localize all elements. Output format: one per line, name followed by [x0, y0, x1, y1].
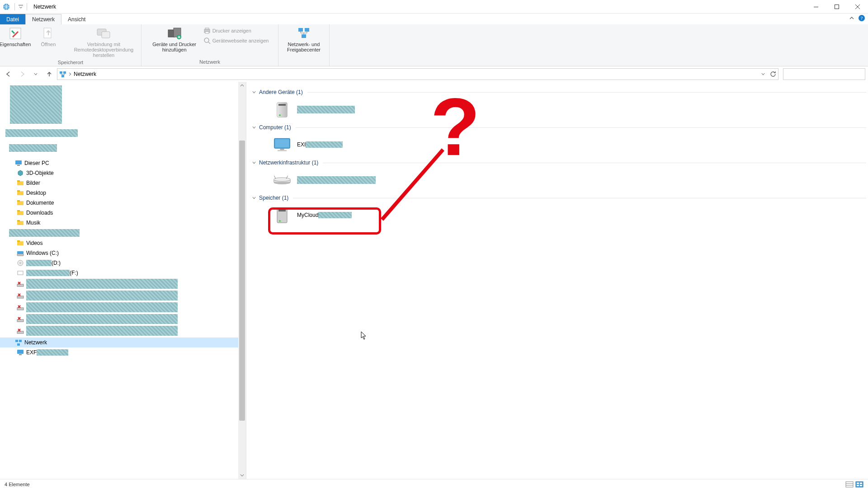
address-field[interactable]: Netzwerk: [57, 68, 778, 80]
sidebar-item-drive-d[interactable]: (D:): [0, 258, 246, 268]
network-item-computer[interactable]: EXI: [270, 133, 866, 156]
sidebar-item-downloads[interactable]: Downloads: [0, 208, 246, 218]
sidebar-item-disconnected[interactable]: [0, 301, 246, 313]
status-text: 4 Elemente: [5, 482, 30, 487]
recent-dropdown[interactable]: [30, 68, 42, 80]
sidebar-item-label: Dieser PC: [24, 160, 49, 166]
open-button[interactable]: Öffnen: [33, 24, 64, 49]
svg-rect-75: [860, 485, 862, 486]
svg-rect-15: [205, 32, 209, 33]
back-button[interactable]: [3, 68, 14, 80]
sidebar-item-3d-objects[interactable]: 3D-Objekte: [0, 168, 246, 178]
titlebar-separator: [27, 3, 27, 10]
sidebar-item-disconnected[interactable]: [0, 325, 246, 337]
view-large-icons-button[interactable]: [855, 481, 863, 488]
tab-network[interactable]: Netzwerk: [25, 14, 61, 24]
titlebar-separator: [14, 3, 15, 10]
sidebar-item-label: Desktop: [26, 190, 46, 196]
ribbon-group-location: Speicherort: [58, 60, 83, 66]
svg-rect-35: [17, 241, 24, 245]
forward-button[interactable]: [16, 68, 28, 80]
search-input[interactable]: [783, 68, 865, 80]
svg-rect-38: [17, 251, 24, 254]
add-devices-button[interactable]: Geräte und Drucker hinzufügen: [148, 24, 201, 54]
refresh-button[interactable]: [770, 71, 776, 77]
network-icon: [14, 339, 23, 346]
sidebar-item-pictures[interactable]: Bilder: [0, 178, 246, 188]
maximize-button[interactable]: [826, 0, 847, 13]
sidebar-item-disconnected[interactable]: [0, 278, 246, 290]
sidebar-item-music[interactable]: Musik: [0, 218, 246, 228]
chevron-down-icon[interactable]: [252, 196, 256, 200]
network-item-other-device[interactable]: [270, 98, 866, 121]
group-header-storage[interactable]: Speicher (1): [252, 195, 866, 201]
svg-rect-31: [17, 211, 24, 215]
nav-scrollbar[interactable]: [238, 82, 246, 479]
svg-rect-47: [15, 340, 18, 342]
add-devices-label: Geräte und Drucker hinzufügen: [152, 42, 196, 52]
network-center-button[interactable]: Netzwerk- und Freigabecenter: [283, 24, 324, 54]
status-bar: 4 Elemente: [0, 479, 868, 488]
view-details-button[interactable]: [845, 481, 854, 488]
disconnected-drive-icon: [16, 315, 24, 323]
show-printers-label: Drucker anzeigen: [212, 28, 251, 33]
sidebar-item-disconnected[interactable]: [0, 313, 246, 325]
group-header-infrastructure[interactable]: Netzwerkinfrastruktur (1): [252, 160, 866, 166]
group-header-other[interactable]: Andere Geräte (1): [252, 89, 866, 95]
svg-rect-23: [15, 160, 22, 164]
address-dropdown-icon[interactable]: [761, 72, 765, 76]
rdp-button[interactable]: Verbindung mit Remotedesktopverbindung h…: [64, 24, 143, 60]
scroll-up-icon[interactable]: [238, 82, 246, 89]
scroll-down-icon[interactable]: [238, 471, 246, 479]
minimize-button[interactable]: [806, 0, 826, 13]
sidebar-item-desktop[interactable]: Desktop: [0, 188, 246, 198]
folder-icon: [16, 209, 24, 216]
svg-text:?: ?: [861, 15, 863, 21]
svg-rect-50: [17, 350, 24, 354]
redacted-item: [5, 129, 78, 137]
help-icon[interactable]: ?: [858, 14, 865, 22]
disconnected-drive-icon: [16, 327, 24, 334]
sidebar-item-label: Musik: [26, 220, 40, 226]
svg-rect-46: [17, 331, 24, 333]
svg-rect-73: [860, 483, 862, 484]
properties-label: Eigenschaften: [0, 42, 31, 47]
show-device-web-button[interactable]: Gerätewebseite anzeigen: [201, 36, 272, 45]
ribbon-tabs: Datei Netzwerk Ansicht ?: [0, 14, 868, 24]
collapse-ribbon-icon[interactable]: [849, 15, 854, 21]
svg-rect-67: [846, 482, 853, 487]
sidebar-item-network-computer[interactable]: EXF: [0, 347, 246, 357]
sidebar-item-drive-f[interactable]: (F:): [0, 268, 246, 278]
sidebar-item-videos[interactable]: Videos: [0, 238, 246, 248]
tab-file[interactable]: Datei: [0, 14, 25, 24]
close-button[interactable]: [847, 0, 868, 13]
svg-rect-30: [17, 200, 20, 202]
sidebar-item-this-pc[interactable]: Dieser PC: [0, 158, 246, 168]
folder-icon: [16, 169, 24, 177]
svg-rect-72: [857, 483, 859, 484]
folder-icon: [16, 199, 24, 206]
device-icon: [273, 100, 292, 119]
network-item-router[interactable]: [270, 169, 866, 191]
breadcrumb-network[interactable]: Netzwerk: [74, 71, 96, 77]
svg-rect-24: [17, 165, 20, 166]
sidebar-item-drive-c[interactable]: Windows (C:): [0, 248, 246, 258]
svg-rect-48: [19, 340, 22, 342]
up-button[interactable]: [43, 68, 55, 80]
show-printers-button[interactable]: Drucker anzeigen: [201, 26, 272, 35]
sidebar-item-network[interactable]: Netzwerk: [0, 338, 246, 347]
svg-rect-17: [298, 28, 303, 32]
sidebar-item-documents[interactable]: Dokumente: [0, 198, 246, 208]
svg-rect-43: [17, 296, 24, 298]
computer-icon: [16, 349, 24, 356]
qat-dropdown-icon[interactable]: [19, 5, 23, 9]
svg-rect-1: [19, 5, 23, 5]
chevron-down-icon[interactable]: [252, 125, 256, 130]
group-header-computer[interactable]: Computer (1): [252, 124, 866, 131]
redacted-label: [26, 291, 178, 300]
chevron-down-icon[interactable]: [252, 160, 256, 165]
tab-view[interactable]: Ansicht: [61, 14, 92, 24]
properties-button[interactable]: Eigenschaften: [0, 24, 33, 49]
sidebar-item-disconnected[interactable]: [0, 290, 246, 301]
chevron-down-icon[interactable]: [252, 90, 256, 94]
